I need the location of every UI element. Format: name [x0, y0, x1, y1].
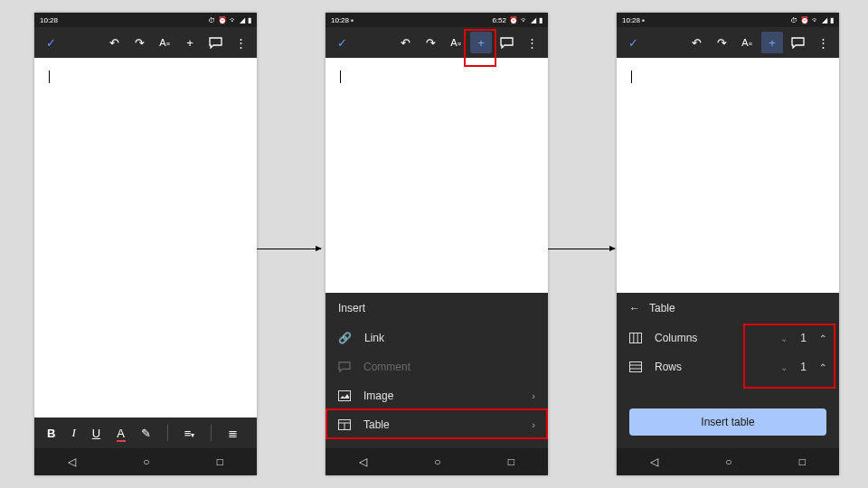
- status-icons: ⏱⏰ᯤ◢▮: [790, 16, 834, 24]
- nav-recent[interactable]: □: [799, 455, 806, 468]
- document-area[interactable]: [326, 58, 548, 293]
- italic-button[interactable]: I: [71, 426, 75, 440]
- svg-rect-4: [630, 333, 642, 343]
- comment-button[interactable]: [204, 32, 226, 53]
- insert-panel: Insert 🔗 Link Comment Image › Table ›: [326, 293, 548, 448]
- insert-image-label: Image: [363, 389, 393, 402]
- nav-back[interactable]: ◁: [359, 455, 367, 468]
- comment-button[interactable]: [495, 32, 517, 53]
- status-time: 10:28 ▪: [331, 16, 354, 24]
- bold-button[interactable]: B: [47, 427, 55, 440]
- rows-value: 1: [800, 361, 807, 373]
- redo-button[interactable]: ↷: [128, 32, 150, 53]
- table-panel: ← Table Columns ⌄ 1 ⌃ Rows ⌄ 1 ⌃: [617, 293, 839, 448]
- insert-hr[interactable]: — Horizontal line: [326, 439, 548, 448]
- format-button[interactable]: A≡: [154, 32, 175, 53]
- status-bar: 10:28 ▪ 6:52⏰ᯤ◢▮: [326, 13, 548, 27]
- image-icon: [338, 390, 351, 401]
- rows-increment[interactable]: ⌃: [819, 362, 826, 372]
- rows-label: Rows: [655, 361, 682, 373]
- phone-screen-1: 10:28 ⏱⏰ᯤ◢▮ ✓ ↶ ↷ A≡ + ⋮ B I U A ✎ ≡▾ ≣ …: [34, 13, 257, 475]
- insert-comment-label: Comment: [363, 361, 410, 373]
- svg-rect-7: [630, 362, 642, 372]
- text-cursor: [340, 70, 341, 83]
- done-button[interactable]: ✓: [622, 32, 644, 53]
- more-button[interactable]: ⋮: [812, 32, 834, 53]
- columns-icon: [629, 333, 642, 343]
- rows-decrement[interactable]: ⌄: [780, 362, 788, 372]
- insert-button[interactable]: +: [179, 32, 201, 53]
- table-icon: [338, 419, 351, 430]
- more-button[interactable]: ⋮: [521, 32, 542, 53]
- format-button[interactable]: A≡: [736, 32, 758, 53]
- document-area[interactable]: [34, 58, 257, 418]
- undo-button[interactable]: ↶: [103, 32, 125, 53]
- undo-button[interactable]: ↶: [394, 32, 416, 53]
- nav-back[interactable]: ◁: [68, 455, 76, 468]
- panel-title: ← Table: [617, 293, 839, 324]
- redo-button[interactable]: ↷: [420, 32, 441, 53]
- columns-row: Columns ⌄ 1 ⌃: [617, 324, 839, 352]
- insert-link[interactable]: 🔗 Link: [326, 324, 548, 352]
- nav-home[interactable]: ○: [725, 455, 731, 468]
- nav-bar: ◁ ○ □: [617, 448, 839, 475]
- text-cursor: [49, 70, 50, 83]
- insert-table-label: Table: [363, 418, 390, 431]
- svg-rect-0: [339, 391, 351, 401]
- panel-title: Insert: [326, 293, 548, 324]
- chevron-right-icon: ›: [532, 419, 535, 430]
- toolbar: ✓ ↶ ↷ A≡ + ⋮: [617, 27, 839, 58]
- done-button[interactable]: ✓: [40, 32, 61, 53]
- underline-button[interactable]: U: [92, 427, 100, 440]
- link-icon: 🔗: [338, 332, 352, 344]
- nav-home[interactable]: ○: [143, 455, 149, 468]
- comment-icon: [338, 361, 351, 372]
- format-button[interactable]: A≡: [445, 32, 467, 53]
- redo-button[interactable]: ↷: [711, 32, 732, 53]
- status-time: 10:28: [40, 16, 58, 24]
- rows-row: Rows ⌄ 1 ⌃: [617, 352, 839, 381]
- insert-table-button[interactable]: Insert table: [629, 408, 826, 436]
- nav-recent[interactable]: □: [508, 455, 514, 468]
- back-arrow-icon[interactable]: ←: [629, 302, 640, 314]
- nav-home[interactable]: ○: [434, 455, 440, 468]
- comment-button[interactable]: [787, 32, 808, 53]
- hr-icon: —: [338, 447, 349, 448]
- insert-comment: Comment: [326, 352, 548, 381]
- document-area[interactable]: [617, 58, 839, 293]
- done-button[interactable]: ✓: [331, 32, 353, 53]
- nav-back[interactable]: ◁: [650, 455, 658, 468]
- divider: [211, 425, 212, 441]
- insert-hr-label: Horizontal line: [362, 447, 430, 448]
- status-icons: 6:52⏰ᯤ◢▮: [492, 16, 542, 24]
- nav-bar: ◁ ○ □: [326, 448, 548, 475]
- insert-button[interactable]: +: [470, 32, 492, 53]
- divider: [167, 425, 168, 441]
- undo-button[interactable]: ↶: [685, 32, 707, 53]
- toolbar: ✓ ↶ ↷ A≡ + ⋮: [326, 27, 548, 58]
- chevron-right-icon: ›: [532, 390, 535, 401]
- status-bar: 10:28 ▪ ⏱⏰ᯤ◢▮: [617, 13, 839, 27]
- columns-label: Columns: [655, 332, 697, 344]
- nav-bar: ◁ ○ □: [34, 448, 257, 475]
- columns-value: 1: [800, 332, 807, 344]
- insert-image[interactable]: Image ›: [326, 381, 548, 410]
- more-button[interactable]: ⋮: [230, 32, 251, 53]
- nav-recent[interactable]: □: [217, 455, 223, 468]
- format-bar: B I U A ✎ ≡▾ ≣: [34, 418, 257, 448]
- insert-table[interactable]: Table ›: [326, 410, 548, 439]
- insert-button[interactable]: +: [761, 32, 783, 53]
- rows-icon: [629, 361, 642, 372]
- status-bar: 10:28 ⏱⏰ᯤ◢▮: [34, 13, 257, 27]
- status-icons: ⏱⏰ᯤ◢▮: [208, 16, 251, 24]
- list-button[interactable]: ≣: [228, 427, 238, 440]
- insert-link-label: Link: [364, 332, 384, 344]
- highlight-button[interactable]: ✎: [141, 427, 151, 440]
- status-time: 10:28 ▪: [622, 16, 645, 24]
- align-button[interactable]: ≡▾: [184, 427, 195, 440]
- columns-decrement[interactable]: ⌄: [780, 333, 788, 343]
- toolbar: ✓ ↶ ↷ A≡ + ⋮: [34, 27, 257, 58]
- text-color-button[interactable]: A: [117, 427, 125, 440]
- columns-increment[interactable]: ⌃: [819, 333, 826, 343]
- text-cursor: [631, 70, 632, 83]
